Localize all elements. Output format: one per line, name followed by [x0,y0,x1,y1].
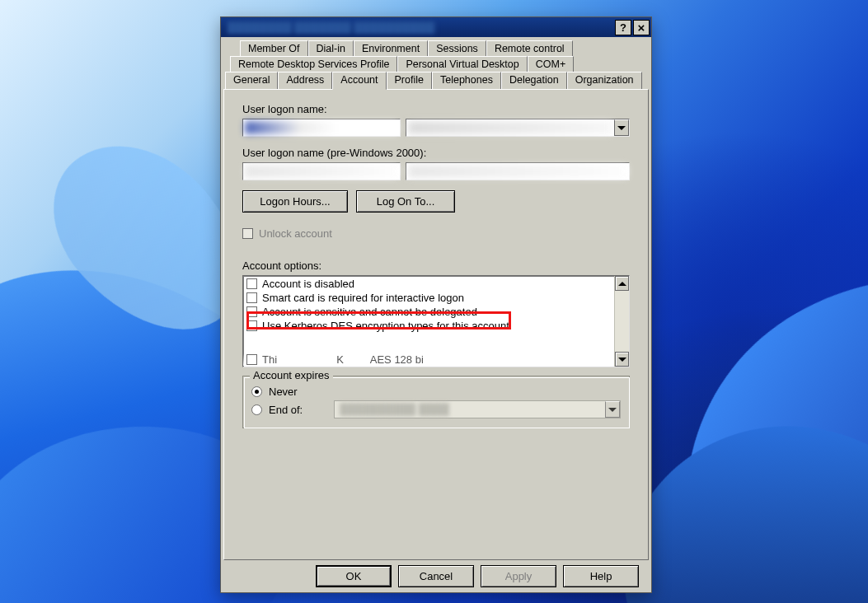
log-on-to-button[interactable]: Log On To... [356,190,455,213]
scroll-down-icon[interactable] [615,352,629,367]
account-options-listbox[interactable]: Account is disabledSmart card is require… [242,275,630,367]
expires-date-dropdown: ██████████ ████ [334,400,621,418]
dialog-button-row: OK Cancel Apply Help [223,560,649,589]
cancel-button[interactable]: Cancel [398,565,474,587]
tab-page-account: User logon name: User logon name (pre-Wi… [223,89,649,560]
logon-hours-button[interactable]: Logon Hours... [242,190,348,213]
checkbox-icon[interactable] [246,292,257,303]
unlock-account-label: Unlock account [259,227,332,240]
account-options-label: Account options: [242,259,630,272]
checkbox-icon[interactable] [246,306,257,317]
account-option-item[interactable]: Account is disabled [243,277,614,291]
tab-environment[interactable]: Environment [354,40,428,57]
pre2000-domain-input[interactable] [242,162,401,180]
tab-control: Member OfDial-inEnvironmentSessionsRemot… [223,40,649,560]
tab-com-[interactable]: COM+ [528,56,574,72]
chevron-down-icon [605,401,620,418]
tab-remote-control[interactable]: Remote control [486,40,573,57]
tab-general[interactable]: General [225,72,278,90]
logon-pre2000-label: User logon name (pre-Windows 2000): [242,147,630,159]
checkbox-icon[interactable] [246,278,257,289]
scrollbar[interactable] [614,276,629,367]
titlebar[interactable]: ████████ ███████ ██████████ ? × [221,17,651,37]
pre2000-name-input[interactable] [406,162,630,180]
account-option-label: Smart card is required for interactive l… [262,292,464,304]
expires-end-of-label: End of: [269,404,303,416]
account-option-item[interactable]: Smart card is required for interactive l… [243,291,614,305]
checkbox-icon[interactable] [246,354,257,365]
tab-dial-in[interactable]: Dial-in [308,40,354,57]
tab-account[interactable]: Account [332,72,386,90]
tab-profile[interactable]: Profile [387,72,432,90]
expires-end-of-radio[interactable]: End of: ██████████ ████ [251,400,621,418]
account-option-label: Use Kerberos DES encryption types for th… [262,320,509,332]
scroll-up-icon[interactable] [615,276,629,291]
radio-icon[interactable] [251,404,262,415]
tab-telephones[interactable]: Telephones [432,72,501,90]
tab-remote-desktop-services-profile[interactable]: Remote Desktop Services Profile [230,56,397,72]
tab-delegation[interactable]: Delegation [501,72,567,90]
list-item-partial[interactable]: Thi K AES 128 bi [243,353,614,366]
account-option-label: Account is sensitive and cannot be deleg… [262,306,477,318]
help-button[interactable]: Help [563,565,639,587]
help-button[interactable]: ? [615,20,631,35]
account-option-label: Account is disabled [262,278,354,290]
account-expires-group: Account expires Never End of: ██████████… [242,376,630,428]
tab-member-of[interactable]: Member Of [240,40,308,57]
account-option-item[interactable]: Account is sensitive and cannot be deleg… [243,305,614,319]
radio-icon[interactable] [251,386,262,397]
expires-never-label: Never [269,386,298,398]
checkbox-icon[interactable] [246,320,257,331]
ok-button[interactable]: OK [316,565,392,587]
titlebar-title: ████████ ███████ ██████████ [228,21,613,34]
checkbox-icon [242,228,253,239]
logon-name-input[interactable] [242,119,401,137]
logon-name-label: User logon name: [242,103,630,115]
properties-dialog: ████████ ███████ ██████████ ? × Member O… [220,16,652,593]
tab-sessions[interactable]: Sessions [428,40,486,57]
unlock-account-checkbox: Unlock account [242,227,630,240]
account-expires-legend: Account expires [250,369,333,381]
logon-upn-suffix-dropdown[interactable] [406,119,630,137]
expires-never-radio[interactable]: Never [251,386,621,398]
apply-button[interactable]: Apply [481,565,556,587]
tab-organization[interactable]: Organization [567,72,642,90]
account-option-item[interactable]: Use Kerberos DES encryption types for th… [243,319,614,333]
tab-address[interactable]: Address [278,72,332,90]
chevron-down-icon[interactable] [614,119,629,136]
tab-personal-virtual-desktop[interactable]: Personal Virtual Desktop [397,56,527,72]
close-button[interactable]: × [633,20,650,35]
